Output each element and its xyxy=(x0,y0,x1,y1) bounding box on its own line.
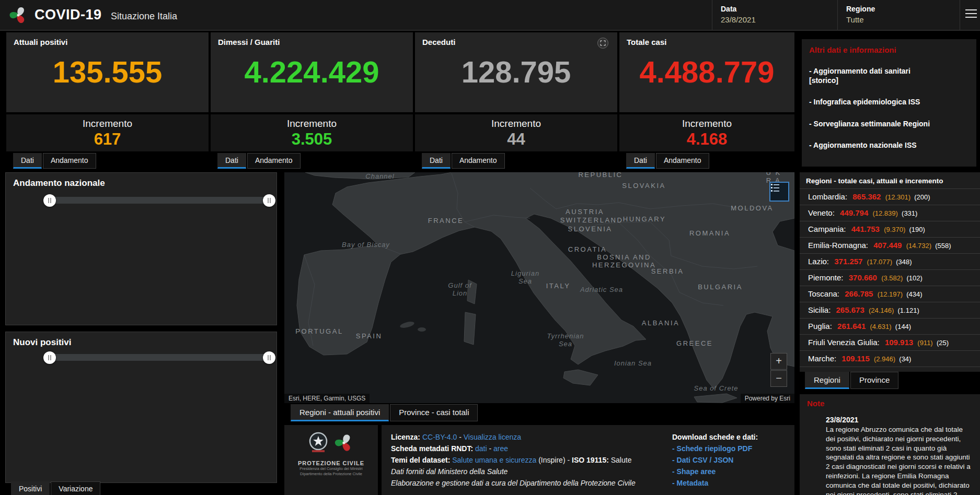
region-name: Sicilia: xyxy=(808,305,831,314)
map-country-label: BULGARIA xyxy=(698,283,743,291)
region-row: Veneto: 449.794 (12.839) (331) xyxy=(800,205,980,221)
tab-andamento[interactable]: Andamento xyxy=(452,153,505,169)
zoom-in-button[interactable]: + xyxy=(770,353,787,370)
tab-andamento[interactable]: Andamento xyxy=(43,153,96,169)
powered-by-esri: Powered by Esri xyxy=(741,394,794,403)
region-name: Friuli Venezia Giulia: xyxy=(808,338,880,347)
tab-dati[interactable]: Dati xyxy=(422,153,451,169)
map-country-label: HUNGARY xyxy=(623,215,666,223)
stat-card: Attuali positivi 135.555 Incremento 617 … xyxy=(6,32,209,151)
tab-dati[interactable]: Dati xyxy=(217,153,246,169)
tab-province-casi-totali[interactable]: Province - casi totali xyxy=(390,404,478,421)
region-row: Friuli Venezia Giulia: 109.913 (911) (25… xyxy=(800,334,980,350)
region-active: (12.301) xyxy=(885,193,910,201)
stat-card-top: Totale casi 4.488.779 xyxy=(619,32,794,112)
nuovi-positivi-panel: Nuovi positivi xyxy=(5,332,277,483)
altri-dati-links: - Aggiornamento dati sanitari [storico]-… xyxy=(809,66,969,150)
tab-andamento[interactable]: Andamento xyxy=(247,153,301,169)
region-row: Puglia: 261.641 (4.631) (144) xyxy=(800,318,980,334)
download-link[interactable]: - Dati CSV / JSON xyxy=(672,454,790,466)
region-total: 109.115 xyxy=(841,354,869,363)
dati-link[interactable]: dati xyxy=(475,444,487,453)
map-country-label: BOSNIA AND HERZEGOVINA xyxy=(592,253,656,269)
header-region-selector[interactable]: Regione Tutte xyxy=(837,0,960,30)
stat-card-increment: Incremento 617 xyxy=(6,114,209,151)
map-country-label: MOLDOVA xyxy=(731,204,774,212)
map-sea-label: Ligurian Sea xyxy=(511,269,539,285)
iso-label: ISO 19115: xyxy=(572,456,609,464)
region-increment: (331) xyxy=(902,209,917,217)
tab-andamento[interactable]: Andamento xyxy=(656,153,709,169)
region-increment: (102) xyxy=(907,274,923,282)
stat-card-value: 135.555 xyxy=(14,54,201,89)
tab-dati[interactable]: Dati xyxy=(13,153,42,169)
download-link[interactable]: - Schede riepilogo PDF xyxy=(672,443,790,454)
region-row: Piemonte: 370.660 (3.582) (102) xyxy=(800,269,980,286)
tab-regioni[interactable]: Regioni xyxy=(805,372,849,389)
stat-card-top: Deceduti 128.795 xyxy=(415,32,617,112)
map-country-label: SPAIN xyxy=(356,332,383,340)
app-subtitle: Situazione Italia xyxy=(111,11,177,22)
region-row: Toscana: 266.785 (12.197) (434) xyxy=(800,286,980,302)
region-name: Veneto: xyxy=(808,208,835,217)
note-title: Note xyxy=(807,399,973,408)
download-link[interactable]: - Metadata xyxy=(672,477,790,489)
visualizza-licenza-link[interactable]: Visualizza licenza xyxy=(464,433,521,441)
cc-by-link[interactable]: CC-BY-4.0 xyxy=(422,433,457,441)
region-active: (9.370) xyxy=(884,226,905,233)
legend-icon[interactable] xyxy=(769,182,789,202)
presidenza-emblem-logo xyxy=(307,430,330,455)
regions-list: Lombardia: 865.362 (12.301) (200) Veneto… xyxy=(800,188,980,372)
salute-umana-link[interactable]: Salute umana e sicurezza xyxy=(452,456,536,464)
header-date-selector[interactable]: Data 23/8/2021 xyxy=(712,0,837,30)
stat-card-title: Deceduti xyxy=(422,38,455,46)
map-sea-label: Channel xyxy=(365,172,394,180)
region-increment: (558) xyxy=(935,242,951,250)
stat-card: Dimessi / Guariti 4.224.429 Incremento 3… xyxy=(211,32,413,151)
download-link[interactable]: - Shape aree xyxy=(672,466,790,477)
map[interactable]: REPUBLICU K R ASLOVAKIAMOLDOVAAUSTRIAHUN… xyxy=(284,172,794,403)
expand-icon[interactable] xyxy=(597,38,608,49)
altri-dati-link[interactable]: - Aggiornamento dati sanitari [storico] xyxy=(809,66,969,85)
download-section: Download schede e dati: - Schede riepilo… xyxy=(672,431,790,489)
tab-regioni-attuali-positivi[interactable]: Regioni - attuali positivi xyxy=(291,404,389,421)
stat-card-title: Dimessi / Guariti xyxy=(218,38,280,46)
aree-link[interactable]: aree xyxy=(493,444,508,453)
increment-value: 3.505 xyxy=(211,130,413,149)
andamento-nazionale-panel: Andamento nazionale xyxy=(5,172,277,325)
altri-dati-link[interactable]: - Aggiornamento nazionale ISS xyxy=(809,140,969,150)
region-row: Marche: 109.115 (2.946) (34) xyxy=(800,350,980,367)
license-panel: Licenza: CC-BY-4.0 - Visualizza licenza … xyxy=(382,425,794,495)
map-attribution: Esri, HERE, Garmin, USGS xyxy=(284,394,370,403)
map-country-label: ROMANIA xyxy=(689,229,730,237)
stat-card-tabs: Dati Andamento xyxy=(422,153,505,169)
increment-label: Incremento xyxy=(211,118,413,129)
zoom-out-button[interactable]: − xyxy=(770,370,787,387)
stat-card: Totale casi 4.488.779 Incremento 4.168 D… xyxy=(619,32,794,151)
altri-dati-link[interactable]: - Sorveglianza settimanale Regioni xyxy=(809,119,969,128)
note-date: 23/8/2021 xyxy=(826,416,973,424)
region-active: (2.946) xyxy=(874,355,895,363)
region-row: Lazio: 371.257 (17.077) (348) xyxy=(800,253,980,269)
region-increment: (34) xyxy=(899,355,911,363)
tab-variazione[interactable]: Variazione xyxy=(51,481,100,495)
regions-panel: Regioni - totale casi, attuali e increme… xyxy=(800,172,980,372)
stat-card: Deceduti 128.795 Incremento 44 Dati Anda… xyxy=(415,32,617,151)
menu-icon[interactable] xyxy=(965,9,977,20)
andamento-chart xyxy=(6,203,276,324)
stat-card-title: Attuali positivi xyxy=(14,38,67,46)
map-sea-label: Tyrrhenian Sea xyxy=(547,332,584,348)
region-increment: (57) xyxy=(897,371,909,372)
download-title: Download schede e dati: xyxy=(672,431,790,443)
tab-dati[interactable]: Dati xyxy=(626,153,655,169)
map-sea-label: Adriatic Sea xyxy=(580,286,623,293)
region-name: Piemonte: xyxy=(808,273,844,282)
map-country-label: SERBIA xyxy=(651,267,684,275)
tab-province[interactable]: Province xyxy=(850,372,898,389)
region-total: 370.660 xyxy=(849,273,877,282)
altri-dati-link[interactable]: - Infografica epidemiologica ISS xyxy=(809,97,969,107)
map-country-label: GREECE xyxy=(676,339,713,347)
increment-label: Incremento xyxy=(619,118,794,129)
region-increment: (200) xyxy=(914,193,930,201)
tab-positivi[interactable]: Positivi xyxy=(11,481,50,495)
